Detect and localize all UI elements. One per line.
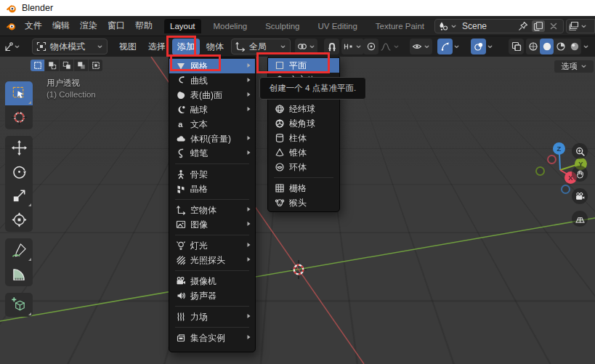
editor-type-button[interactable] — [4, 39, 20, 54]
persp-grid-button[interactable] — [572, 211, 588, 227]
menu-item-18[interactable]: 扬声器 — [169, 288, 255, 303]
new-scene-button[interactable] — [532, 20, 545, 32]
select-intersect-button[interactable] — [89, 60, 102, 71]
shading-wireframe-button[interactable] — [526, 39, 540, 54]
chevron-down-icon — [309, 44, 315, 50]
tab-texture-paint[interactable]: Texture Paint — [370, 19, 430, 33]
show-gizmo-toggle[interactable] — [437, 39, 453, 54]
select-invert-button[interactable] — [74, 60, 88, 71]
tab-layout[interactable]: Layout — [164, 19, 201, 33]
menu-item-2[interactable]: 表(曲)面 — [169, 88, 255, 102]
menu-item-6[interactable]: 锥体 — [268, 145, 339, 160]
tool-move-button[interactable] — [5, 136, 33, 160]
prop-falloff-icon[interactable] — [381, 41, 391, 52]
menu-item-9[interactable]: 晶格 — [169, 182, 255, 196]
xray-toggle[interactable] — [509, 39, 524, 54]
menu-item-8[interactable]: 骨架 — [169, 167, 255, 182]
shading-options-dropdown[interactable] — [583, 39, 589, 54]
menu-item-5[interactable]: 体积(音量) — [169, 132, 255, 146]
viewport-menu-1[interactable]: 选择 — [143, 39, 171, 55]
menu-item-15[interactable]: 光照探头 — [169, 253, 255, 267]
show-overlays-toggle[interactable] — [471, 39, 486, 54]
menu-item-0[interactable]: 网格 — [169, 59, 255, 73]
camera-view-button[interactable] — [572, 188, 588, 204]
proportional-edit-toggle[interactable] — [363, 39, 379, 54]
chevron-down-icon[interactable] — [487, 44, 493, 50]
menu-item-11[interactable]: 空物体 — [169, 203, 255, 217]
options-button[interactable]: 选项 — [554, 60, 594, 73]
pan-hand-button[interactable] — [572, 166, 588, 182]
menu-item-6[interactable]: 蜡笔 — [169, 146, 255, 161]
scene-name[interactable]: Scene — [459, 21, 514, 31]
menu-item-7[interactable]: 环体 — [268, 160, 339, 174]
menubar-item-0[interactable]: 文件 — [20, 17, 46, 35]
tool-annotate-button[interactable] — [5, 238, 33, 262]
tool-addcube-button[interactable] — [5, 293, 33, 317]
gizmo-z-axis[interactable]: Z — [553, 142, 565, 155]
viewport-3d[interactable]: 用户透视 (1) Collection 选项 Z Y X 网格曲线表(曲)面融球… — [0, 57, 595, 364]
gizmo-neg-y-axis[interactable] — [535, 166, 545, 176]
menu-item-12[interactable]: 图像 — [169, 217, 255, 232]
menu-item-4[interactable]: a文本 — [169, 117, 255, 132]
submenu-arrow-icon — [245, 240, 252, 251]
view-layer-selector[interactable] — [566, 19, 595, 33]
menu-item-1[interactable]: 曲线 — [169, 73, 255, 88]
shading-material-button[interactable] — [554, 39, 567, 54]
pin-icon[interactable] — [517, 20, 530, 32]
menu-item-20[interactable]: 力场 — [169, 310, 255, 324]
select-new-button[interactable] — [31, 60, 44, 71]
tab-modeling[interactable]: Modeling — [208, 19, 254, 33]
viewport-menu-2[interactable]: 添加 — [172, 39, 200, 55]
topbar: 文件编辑渲染窗口帮助 LayoutModelingSculptingUV Edi… — [0, 16, 595, 36]
menu-item-17[interactable]: 摄像机 — [169, 274, 255, 288]
shading-solid-button[interactable] — [540, 39, 554, 54]
menu-item-5[interactable]: 柱体 — [268, 131, 339, 145]
chevron-down-icon[interactable] — [453, 44, 460, 50]
tool-rotate-button[interactable] — [5, 160, 33, 184]
menu-item-label: 柱体 — [289, 132, 325, 145]
orientation-selector[interactable]: 全局 — [231, 39, 291, 54]
pivot-point-selector[interactable] — [295, 39, 317, 54]
tab-uv-editing[interactable]: UV Editing — [312, 19, 363, 33]
menubar-item-3[interactable]: 窗口 — [103, 17, 129, 35]
menu-item-9[interactable]: 栅格 — [268, 181, 339, 195]
menu-item-0[interactable]: 平面 — [268, 58, 339, 73]
unlink-scene-button[interactable] — [547, 20, 560, 32]
tool-select-button[interactable] — [5, 81, 33, 105]
viewport-menu-0[interactable]: 视图 — [114, 39, 142, 55]
scene-selector[interactable]: Scene — [434, 19, 564, 33]
snap-toggle[interactable] — [324, 39, 339, 54]
menu-item-14[interactable]: 灯光 — [169, 238, 255, 253]
text-icon: a — [176, 119, 186, 129]
tool-transform-button[interactable] — [5, 208, 33, 232]
menu-item-label: 晶格 — [190, 183, 240, 195]
tool-scale-button[interactable] — [5, 184, 33, 208]
tool-cursor-button[interactable] — [5, 105, 33, 129]
viewport-menu-3[interactable]: 物体 — [201, 39, 229, 55]
menu-item-4[interactable]: 棱角球 — [268, 116, 339, 131]
menubar-item-2[interactable]: 渲染 — [76, 17, 102, 35]
menu-item-22[interactable]: 集合实例 — [169, 331, 255, 345]
tooltip: 创建一个 4 点基准平面. — [259, 77, 366, 100]
menu-item-label: 棱角球 — [289, 118, 325, 130]
menu-item-3[interactable]: 融球 — [169, 102, 255, 117]
menubar-item-4[interactable]: 帮助 — [131, 17, 157, 35]
chevron-down-icon[interactable] — [450, 23, 457, 30]
blender-menu-icon[interactable] — [6, 21, 16, 31]
gizmo-neg-z-axis[interactable] — [561, 185, 570, 194]
menu-item-3[interactable]: 经纬球 — [268, 102, 339, 116]
snap-target-selector[interactable] — [341, 39, 364, 54]
menu-item-10[interactable]: 猴头 — [268, 195, 339, 210]
gizmo-neg-x-axis[interactable] — [547, 155, 556, 164]
select-subtract-button[interactable] — [60, 60, 73, 71]
shading-rendered-button[interactable] — [567, 39, 581, 54]
chevron-down-icon[interactable] — [580, 23, 587, 30]
tab-sculpting[interactable]: Sculpting — [259, 19, 305, 33]
visibility-selector[interactable] — [410, 39, 432, 54]
submenu-arrow-icon — [245, 76, 252, 86]
menubar-item-1[interactable]: 编辑 — [48, 17, 74, 35]
tool-measure-button[interactable] — [5, 262, 33, 286]
zoom-button[interactable] — [572, 143, 588, 159]
select-extend-button[interactable] — [45, 60, 59, 71]
mode-selector[interactable]: 物体模式 — [32, 39, 108, 54]
